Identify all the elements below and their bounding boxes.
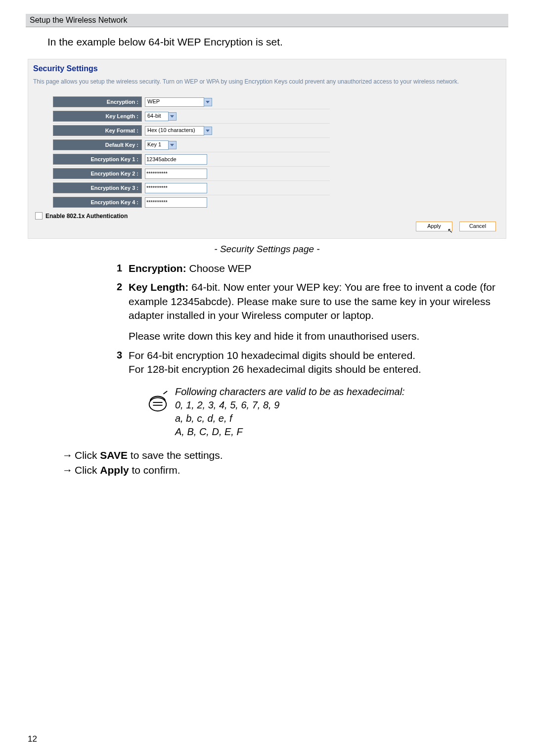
action2-pre: Click: [75, 464, 100, 476]
action-steps: →Click SAVE to save the settings. →Click…: [62, 449, 506, 476]
figure-caption: - Security Settings page -: [28, 244, 506, 255]
action2-bold: Apply: [100, 464, 129, 476]
note-icon: [146, 390, 169, 416]
key1-label: Encryption Key 1 :: [53, 154, 142, 165]
encryption-value: WEP: [145, 97, 204, 107]
chevron-down-icon: [168, 112, 177, 121]
security-settings-title: Security Settings: [33, 64, 501, 73]
step3-line-a: For 64-bit encryption 10 hexadecimal dig…: [129, 349, 506, 362]
action2-post: to confirm.: [129, 464, 180, 476]
intro-text: In the example below 64-bit WEP Encrypti…: [47, 36, 506, 48]
step-number: 3: [117, 349, 129, 377]
note-line-1: Following characters are valid to be as …: [175, 385, 405, 399]
action1-post: to save the settings.: [128, 449, 223, 461]
keyformat-select[interactable]: Hex (10 characters): [145, 126, 212, 135]
note-block: Following characters are valid to be as …: [146, 385, 506, 439]
step1-text: Choose WEP: [186, 263, 252, 274]
defaultkey-value: Key 1: [145, 140, 169, 150]
chevron-down-icon: [168, 141, 177, 149]
key2-label: Encryption Key 2 :: [53, 168, 142, 179]
svg-point-0: [149, 398, 167, 411]
svg-line-1: [164, 391, 168, 394]
arrow-icon: →: [62, 449, 73, 461]
encryption-label: Encryption :: [53, 96, 142, 107]
security-form: Encryption : WEP Key Length : 64-bit: [53, 95, 330, 209]
step1-lead: Encryption:: [129, 263, 186, 274]
step2-extra: Please write down this key and hide it f…: [129, 329, 506, 343]
key4-label: Encryption Key 4 :: [53, 197, 142, 208]
note-line-2: 0, 1, 2, 3, 4, 5, 6, 7, 8, 9: [175, 399, 405, 412]
key1-input[interactable]: [145, 154, 207, 165]
keylength-label: Key Length :: [53, 111, 142, 122]
chevron-down-icon: [204, 98, 212, 106]
defaultkey-select[interactable]: Key 1: [145, 140, 177, 150]
security-settings-panel: Security Settings This page allows you s…: [28, 59, 506, 239]
enable-8021x-checkbox[interactable]: [35, 212, 43, 220]
keylength-select[interactable]: 64-bit: [145, 112, 177, 121]
keylength-value: 64-bit: [145, 112, 169, 121]
cancel-label: Cancel: [469, 223, 486, 229]
apply-label: Apply: [427, 223, 441, 229]
key3-input[interactable]: [145, 183, 207, 193]
chevron-down-icon: [204, 127, 212, 135]
cursor-icon: ↖: [447, 227, 453, 235]
apply-button[interactable]: Apply ↖: [416, 222, 452, 231]
action1-pre: Click: [75, 449, 100, 461]
cancel-button[interactable]: Cancel: [459, 222, 496, 231]
key3-label: Encryption Key 3 :: [53, 182, 142, 193]
security-settings-description: This page allows you setup the wireless …: [33, 78, 501, 85]
step-number: 2: [117, 280, 129, 343]
page-header: Setup the Wireless Network: [26, 14, 508, 27]
step-number: 1: [117, 262, 129, 275]
step2-lead: Key Length:: [129, 281, 188, 293]
enable-8021x-label: Enable 802.1x Authentication: [45, 213, 128, 220]
keyformat-label: Key Format :: [53, 125, 142, 136]
note-line-4: A, B, C, D, E, F: [175, 425, 405, 439]
instruction-list: 1 Encryption: Choose WEP 2 Key Length: 6…: [117, 262, 506, 439]
key4-input[interactable]: [145, 197, 207, 208]
action1-bold: SAVE: [100, 449, 128, 461]
defaultkey-label: Default Key :: [53, 139, 142, 150]
arrow-icon: →: [62, 464, 73, 476]
keyformat-value: Hex (10 characters): [145, 126, 204, 135]
page-number: 12: [28, 734, 37, 744]
note-line-3: a, b, c, d, e, f: [175, 412, 405, 425]
encryption-select[interactable]: WEP: [145, 97, 212, 107]
step3-line-b: For 128-bit encryption 26 hexadecimal di…: [129, 362, 506, 376]
key2-input[interactable]: [145, 169, 207, 179]
